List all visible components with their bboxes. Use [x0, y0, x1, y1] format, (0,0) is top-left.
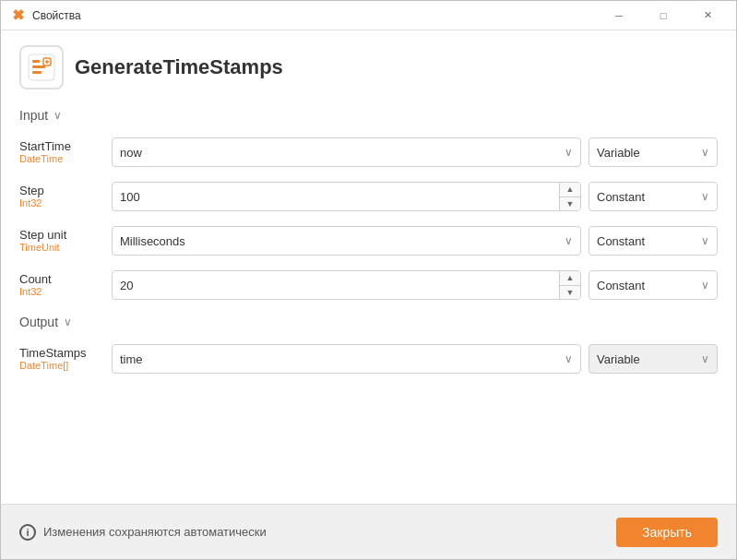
- output-chevron-icon: ∨: [64, 316, 72, 328]
- step-number-input: 100 ▲ ▼: [112, 182, 581, 211]
- starttime-label: StartTime DateTime: [19, 139, 112, 166]
- input-chevron-icon: ∨: [53, 109, 62, 122]
- svg-rect-1: [32, 60, 40, 63]
- step-type-control: Constant ∨: [588, 182, 718, 211]
- component-icon: [19, 45, 64, 89]
- stepunit-value-text: Milliseconds: [120, 234, 185, 248]
- stepunit-value-control: Milliseconds ∨: [112, 226, 581, 256]
- timestamps-value-text: time: [120, 352, 143, 366]
- timestamps-value-control: time ∨: [112, 344, 581, 374]
- svg-rect-2: [32, 66, 45, 68]
- count-increment-button[interactable]: ▲: [560, 271, 580, 286]
- count-type-chevron-icon: ∨: [701, 279, 709, 292]
- timestamps-type-text: Variable: [597, 352, 640, 366]
- step-field-row: Step Int32 100 ▲ ▼ Constant ∨: [19, 178, 718, 215]
- starttime-value-select[interactable]: now ∨: [112, 137, 581, 167]
- count-type-text: Constant: [597, 279, 645, 292]
- step-spin-buttons: ▲ ▼: [559, 183, 580, 210]
- window-controls: ─ □ ✕: [598, 1, 729, 30]
- count-name: Count: [19, 272, 112, 287]
- footer-info: i Изменения сохраняются автоматически: [19, 524, 267, 541]
- count-field-row: Count Int32 20 ▲ ▼ Constant ∨: [19, 267, 718, 304]
- stepunit-chevron-icon: ∨: [565, 234, 573, 247]
- step-name: Step: [19, 184, 112, 198]
- step-type-select[interactable]: Constant ∨: [588, 182, 718, 211]
- stepunit-type-control: Constant ∨: [588, 226, 718, 256]
- svg-rect-3: [32, 71, 42, 74]
- timestamps-type-select[interactable]: Variable ∨: [588, 344, 718, 374]
- logo-symbol: ✖: [12, 6, 24, 24]
- count-label: Count Int32: [19, 272, 112, 299]
- timestamps-field-row: TimeStamps DateTime[] time ∨ Variable ∨: [19, 340, 718, 377]
- maximize-button[interactable]: □: [642, 1, 684, 30]
- stepunit-type-text: Constant: [597, 234, 645, 248]
- window-title: Свойства: [32, 9, 598, 22]
- component-icon-svg: [27, 53, 56, 82]
- step-decrement-button[interactable]: ▼: [560, 197, 580, 211]
- stepunit-type-chevron-icon: ∨: [701, 234, 709, 247]
- count-spin-buttons: ▲ ▼: [559, 271, 580, 299]
- main-window: ✖ Свойства ─ □ ✕ GenerateTim: [0, 0, 737, 560]
- output-section-header[interactable]: Output ∨: [19, 315, 718, 329]
- input-section-label: Input: [19, 108, 48, 123]
- count-decrement-button[interactable]: ▼: [560, 286, 580, 300]
- autosave-text: Изменения сохраняются автоматически: [43, 525, 267, 539]
- footer: i Изменения сохраняются автоматически За…: [1, 504, 736, 559]
- step-type-text: Constant: [597, 190, 645, 204]
- titlebar: ✖ Свойства ─ □ ✕: [1, 1, 736, 30]
- stepunit-value-select[interactable]: Milliseconds ∨: [112, 226, 581, 256]
- timestamps-chevron-icon: ∨: [565, 352, 573, 365]
- starttime-type-chevron-icon: ∨: [701, 146, 709, 159]
- timestamps-type-control: Variable ∨: [588, 344, 718, 374]
- step-type-chevron-icon: ∨: [701, 190, 709, 203]
- starttime-field-row: StartTime DateTime now ∨ Variable ∨: [19, 134, 718, 171]
- step-type: Int32: [19, 197, 112, 209]
- timestamps-type-chevron-icon: ∨: [701, 352, 709, 365]
- stepunit-label: Step unit TimeUnit: [19, 228, 112, 255]
- timestamps-type: DateTime[]: [19, 360, 112, 372]
- count-type: Int32: [19, 286, 112, 298]
- count-value-control: 20 ▲ ▼: [112, 270, 581, 300]
- starttime-name: StartTime: [19, 139, 112, 154]
- minimize-button[interactable]: ─: [598, 1, 640, 30]
- stepunit-name: Step unit: [19, 228, 112, 243]
- starttime-value-control: now ∨: [112, 137, 581, 167]
- close-window-button[interactable]: ✕: [686, 1, 729, 30]
- starttime-type-select[interactable]: Variable ∨: [588, 137, 718, 167]
- starttime-value-text: now: [120, 146, 142, 160]
- starttime-chevron-icon: ∨: [565, 146, 573, 159]
- count-type-select[interactable]: Constant ∨: [588, 270, 718, 300]
- step-value-control: 100 ▲ ▼: [112, 182, 581, 211]
- app-header: GenerateTimeStamps: [19, 45, 718, 89]
- info-icon: i: [19, 524, 36, 541]
- starttime-type: DateTime: [19, 153, 112, 165]
- stepunit-type-select[interactable]: Constant ∨: [588, 226, 718, 256]
- count-type-control: Constant ∨: [588, 270, 718, 300]
- timestamps-name: TimeStamps: [19, 346, 112, 361]
- page-title: GenerateTimeStamps: [75, 55, 283, 79]
- step-label: Step Int32: [19, 184, 112, 210]
- app-logo-icon: ✖: [8, 6, 27, 25]
- content-area: GenerateTimeStamps Input ∨ StartTime Dat…: [1, 30, 736, 504]
- timestamps-value-select[interactable]: time ∨: [112, 344, 581, 374]
- step-value-text: 100: [113, 190, 559, 204]
- starttime-type-control: Variable ∨: [588, 137, 718, 167]
- output-section-label: Output: [19, 315, 58, 329]
- starttime-type-text: Variable: [597, 146, 640, 160]
- count-value-text: 20: [113, 279, 559, 292]
- step-increment-button[interactable]: ▲: [560, 183, 580, 197]
- timestamps-label: TimeStamps DateTime[]: [19, 346, 112, 373]
- input-section-header[interactable]: Input ∨: [19, 108, 718, 123]
- stepunit-field-row: Step unit TimeUnit Milliseconds ∨ Consta…: [19, 222, 718, 259]
- count-number-input: 20 ▲ ▼: [112, 270, 581, 300]
- stepunit-type: TimeUnit: [19, 242, 112, 254]
- close-button[interactable]: Закрыть: [616, 518, 718, 547]
